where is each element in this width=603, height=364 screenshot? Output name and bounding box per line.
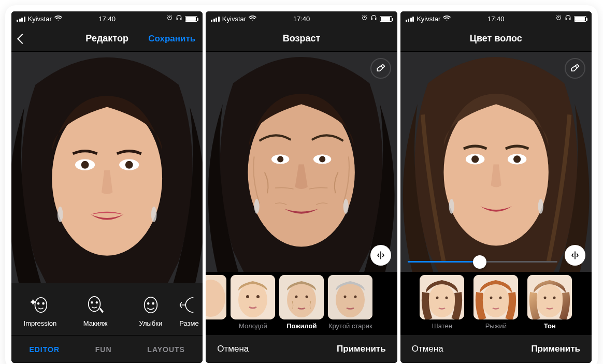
svg-point-20 [277,156,283,162]
tools-row: Impression Макияж Улыбки Разме [11,283,203,335]
bottom-tabs: EDITOR FUN LAYOUTS [11,335,203,363]
svg-point-23 [254,199,260,213]
nav-bar: Редактор Сохранить [11,26,203,52]
svg-point-13 [96,301,98,303]
svg-point-5 [125,161,133,169]
headphones-icon [370,14,377,23]
svg-point-15 [148,302,149,304]
svg-point-37 [344,296,347,298]
tool-label: Impression [24,319,57,327]
svg-point-9 [38,302,39,304]
svg-point-54 [499,297,502,299]
phone-age: Kyivstar 17:40 Возраст [206,11,397,363]
nav-title: Возраст [283,33,321,44]
signal-icon [17,16,25,22]
apply-button[interactable]: Применить [337,344,386,354]
phone-editor: Kyivstar 17:40 Редактор Сохранить [11,11,203,363]
alarm-icon [361,14,368,23]
signal-icon [211,16,220,22]
tab-layouts[interactable]: LAYOUTS [147,345,185,354]
tab-editor[interactable]: EDITOR [29,345,60,354]
thumb-old[interactable]: Пожилой [279,275,324,330]
compare-icon [376,250,386,260]
chevron-left-icon [17,34,27,44]
photo-canvas[interactable] [400,52,592,272]
thumb-brown[interactable]: Шатен [420,275,464,330]
tool-smiles[interactable]: Улыбки [124,295,178,327]
tool-label: Разме [179,319,198,327]
wifi-icon [249,15,256,23]
compare-icon [570,250,580,260]
svg-point-16 [152,302,154,304]
carrier-label: Kyivstar [28,15,52,23]
wifi-icon [443,15,451,23]
eraser-icon [376,63,386,74]
svg-point-14 [145,297,157,312]
svg-point-3 [81,161,89,169]
svg-point-45 [449,199,454,213]
thumb-prev[interactable] [206,275,226,323]
cancel-button[interactable]: Отмена [412,344,443,354]
battery-icon [574,16,586,22]
carrier-label: Kyivstar [222,15,246,23]
alarm-icon [166,14,173,23]
thumb-tone[interactable]: Тон [527,275,572,330]
svg-point-34 [306,296,308,298]
nav-bar: Возраст [206,26,397,52]
thumb-label: Шатен [432,323,452,330]
svg-point-48 [428,284,455,317]
status-bar: Kyivstar 17:40 [11,11,203,26]
nav-title: Редактор [85,33,128,44]
alarm-icon [555,14,562,23]
arrows-face-icon [179,295,194,315]
thumb-cool-old[interactable]: Крутой старик [328,275,372,330]
eraser-button[interactable] [565,58,585,79]
tool-size[interactable]: Разме [179,295,200,327]
back-button[interactable] [19,35,26,42]
svg-point-10 [43,302,45,304]
svg-point-8 [35,297,47,312]
save-button[interactable]: Сохранить [148,34,195,44]
svg-point-52 [482,284,509,317]
svg-point-28 [238,282,267,317]
intensity-slider[interactable] [408,261,557,263]
compare-button[interactable] [565,245,585,266]
svg-point-56 [536,284,563,317]
compare-button[interactable] [370,245,391,266]
slider-thumb[interactable] [473,255,486,269]
thumb-young[interactable]: Молодой [231,275,275,330]
svg-point-57 [544,297,547,299]
thumbs-row: Молодой Пожилой Крутой старик [206,272,397,335]
tool-makeup[interactable]: Макияж [69,295,122,327]
clock: 17:40 [293,15,310,23]
status-bar: Kyivstar 17:40 [400,11,592,26]
tool-label: Улыбки [139,319,163,327]
thumb-red[interactable]: Рыжий [473,275,518,330]
thumb-label: Молодой [239,323,267,330]
signal-icon [406,16,414,22]
svg-point-30 [256,295,260,298]
slider-track [408,261,557,263]
clock: 17:40 [98,15,116,23]
svg-point-36 [336,282,365,317]
headphones-icon [176,14,182,23]
svg-point-11 [89,296,101,311]
svg-point-24 [343,199,349,213]
cancel-button[interactable]: Отмена [217,344,249,354]
svg-point-46 [538,199,543,213]
svg-point-49 [436,297,439,299]
bottom-actions: Отмена Применить [206,335,397,363]
tab-fun[interactable]: FUN [95,345,112,354]
tool-impression[interactable]: Impression [13,295,67,327]
svg-point-58 [553,297,556,299]
smile-face-icon [140,295,161,315]
wifi-icon [54,15,62,23]
apply-button[interactable]: Применить [531,344,580,354]
svg-point-50 [446,297,448,299]
photo-canvas[interactable] [11,52,203,283]
svg-point-7 [151,207,157,222]
svg-point-53 [490,297,493,299]
photo-canvas[interactable] [206,52,397,272]
svg-point-32 [287,282,316,317]
eraser-button[interactable] [370,58,391,79]
